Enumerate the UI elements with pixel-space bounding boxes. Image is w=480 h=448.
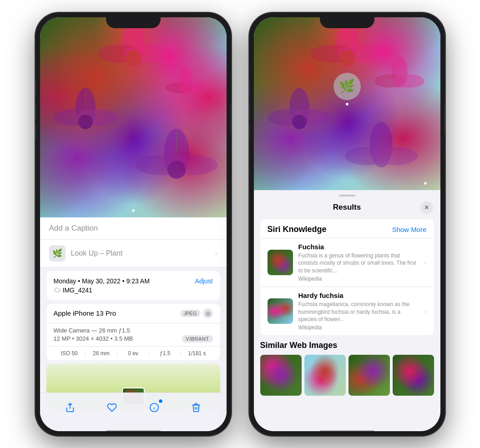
flower-svg-overlay [40, 17, 227, 217]
camera-spec: Wide Camera — 26 mm ƒ1.5 [54, 327, 213, 334]
fuchsia-chevron-icon: › [424, 259, 427, 266]
hardy-source: Wikipedia [298, 324, 419, 331]
results-title: Results [274, 203, 420, 212]
similar-image-3[interactable] [349, 355, 390, 396]
exif-shutter: 1/181 s [181, 350, 212, 357]
svg-point-10 [179, 82, 206, 93]
similar-image-4[interactable] [393, 355, 434, 396]
lookup-plant-icon: 🌿 [49, 245, 66, 262]
device-row: Apple iPhone 13 Pro JPEG ◎ [46, 304, 220, 323]
siri-dot [346, 103, 349, 106]
fuchsia-source: Wikipedia [298, 276, 419, 282]
knowledge-item-fuchsia[interactable]: Fuchsia Fuchsia is a genus of flowering … [260, 238, 434, 287]
device-badges: JPEG ◎ [181, 308, 213, 318]
siri-knowledge-title: Siri Knowledge [268, 225, 327, 234]
heart-icon [107, 403, 117, 413]
vibrant-badge: VIBRANT [182, 335, 212, 342]
similar-images [260, 355, 434, 396]
phone-notch [106, 13, 161, 28]
share-icon [65, 403, 75, 413]
right-phone: 🌿 Results ✕ Siri Knowledge Show More [249, 13, 445, 436]
hardy-thumbnail [268, 298, 293, 324]
knowledge-item-hardy[interactable]: Hardy fuchsia Fuchsia magellanica, commo… [260, 287, 434, 335]
fuchsia-thumbnail [268, 250, 293, 275]
svg-point-14 [167, 161, 186, 179]
adjust-button[interactable]: Adjust [195, 277, 213, 285]
home-indicator-left [106, 430, 161, 432]
close-button[interactable]: ✕ [420, 201, 433, 214]
svg-point-28 [292, 115, 307, 129]
exif-focal: 26 mm [86, 350, 117, 357]
siri-knowledge-section: Siri Knowledge Show More Fuchsia Fuchsia… [260, 219, 434, 336]
device-name: Apple iPhone 13 Pro [54, 309, 116, 317]
right-screen: 🌿 Results ✕ Siri Knowledge Show More [254, 17, 440, 431]
left-screen: Add a Caption 🌿 Look Up – Plant › Monday… [40, 17, 227, 431]
results-header: Results ✕ [254, 196, 440, 217]
hardy-content: Hardy fuchsia Fuchsia magellanica, commo… [298, 292, 419, 331]
device-section: Apple iPhone 13 Pro JPEG ◎ Wide Camera —… [46, 304, 220, 360]
home-indicator-right [320, 430, 374, 432]
results-panel: Results ✕ Siri Knowledge Show More Fuchs… [254, 190, 440, 431]
meta-section: Monday • May 30, 2022 • 9:23 AM Adjust I… [46, 271, 220, 300]
bottom-toolbar [40, 393, 227, 431]
share-button[interactable] [60, 398, 80, 418]
similar-image-2[interactable] [304, 355, 346, 396]
filename-text: IMG_4241 [63, 287, 92, 294]
lookup-chevron-icon: › [215, 250, 217, 257]
right-phone-notch [320, 13, 374, 28]
meta-filename: IMG_4241 [54, 287, 213, 294]
cloud-icon [54, 287, 61, 294]
close-icon: ✕ [424, 204, 429, 211]
delete-button[interactable] [186, 398, 206, 418]
fuchsia-name: Fuchsia [298, 243, 419, 251]
svg-point-24 [339, 50, 355, 66]
favorite-button[interactable] [102, 398, 122, 418]
svg-point-7 [78, 115, 93, 129]
lookup-row[interactable]: 🌿 Look Up – Plant › [40, 240, 227, 267]
photo-area-left[interactable] [40, 17, 227, 217]
fuchsia-content: Fuchsia Fuchsia is a genus of flowering … [298, 243, 419, 282]
jpeg-badge: JPEG [181, 310, 200, 317]
info-badge [158, 398, 163, 404]
photo-area-right[interactable]: 🌿 [254, 17, 440, 190]
svg-point-34 [372, 147, 418, 165]
similar-image-1[interactable] [260, 355, 302, 396]
photo-dot-right [424, 182, 427, 185]
exif-iso: ISO 50 [54, 350, 86, 357]
lookup-text: Look Up – Plant [71, 249, 123, 257]
fuchsia-desc: Fuchsia is a genus of flowering plants t… [298, 252, 419, 275]
hardy-chevron-icon: › [424, 307, 427, 315]
siri-leaf-icon: 🌿 [339, 79, 355, 94]
caption-input[interactable]: Add a Caption [40, 217, 227, 240]
exif-row: ISO 50 26 mm 0 ev ƒ1.5 1/181 s [46, 347, 220, 360]
file-spec: 12 MP • 3024 × 4032 • 3.5 MB VIBRANT [54, 335, 213, 342]
lookup-label: Look Up – [71, 249, 104, 257]
camera-spec-row: Wide Camera — 26 mm ƒ1.5 12 MP • 3024 × … [46, 323, 220, 347]
similar-title: Similar Web Images [260, 341, 434, 350]
hardy-name: Hardy fuchsia [298, 292, 419, 299]
location-icon: ◎ [203, 308, 213, 318]
lookup-subject: Plant [104, 249, 122, 257]
exif-aperture: ƒ1.5 [149, 350, 181, 357]
exif-ev: 0 ev [117, 350, 149, 357]
trash-icon [191, 403, 201, 413]
similar-section: Similar Web Images [260, 341, 434, 396]
meta-date-row: Monday • May 30, 2022 • 9:23 AM Adjust [54, 277, 213, 285]
photo-dot-indicator [132, 209, 135, 212]
hardy-desc: Fuchsia magellanica, commonly known as t… [298, 301, 419, 323]
left-phone: Add a Caption 🌿 Look Up – Plant › Monday… [35, 13, 231, 436]
info-button[interactable] [144, 398, 164, 418]
info-icon [149, 403, 159, 413]
siri-visual-overlay: 🌿 [333, 73, 361, 100]
section-header: Siri Knowledge Show More [260, 219, 434, 238]
meta-date: Monday • May 30, 2022 • 9:23 AM [54, 277, 150, 285]
show-more-button[interactable]: Show More [392, 226, 427, 233]
file-info: 12 MP • 3024 × 4032 • 3.5 MB [54, 335, 133, 342]
svg-point-31 [393, 74, 424, 88]
